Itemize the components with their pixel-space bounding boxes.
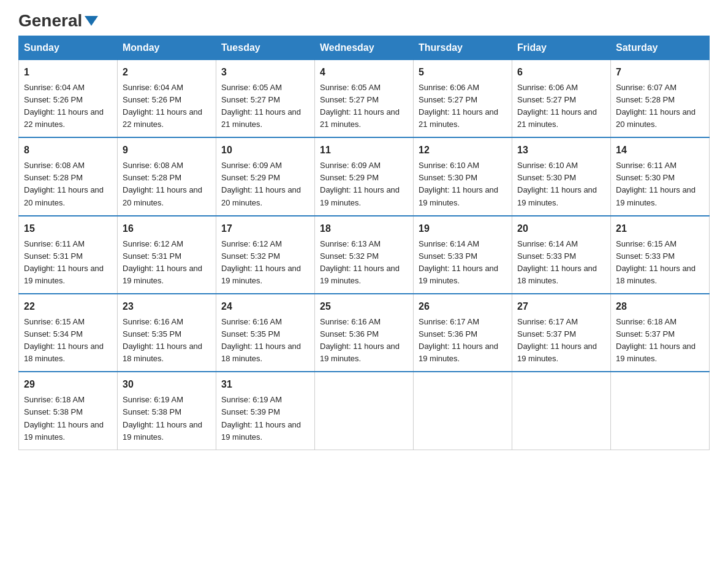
day-number: 4: [320, 65, 408, 80]
day-number: 7: [616, 65, 704, 80]
logo: General: [18, 12, 98, 29]
day-number: 24: [221, 299, 309, 315]
calendar-week-row: 8Sunrise: 6:08 AMSunset: 5:28 PMDaylight…: [19, 137, 710, 215]
calendar-cell: 11Sunrise: 6:09 AMSunset: 5:29 PMDayligh…: [315, 137, 414, 215]
calendar-cell: 8Sunrise: 6:08 AMSunset: 5:28 PMDaylight…: [19, 137, 118, 215]
day-number: 23: [123, 299, 211, 315]
calendar-cell: 21Sunrise: 6:15 AMSunset: 5:33 PMDayligh…: [611, 216, 710, 294]
day-number: 13: [517, 143, 605, 158]
calendar-cell: 15Sunrise: 6:11 AMSunset: 5:31 PMDayligh…: [19, 216, 118, 294]
day-number: 26: [419, 299, 507, 315]
calendar-cell: [512, 372, 611, 450]
weekday-header-sunday: Sunday: [19, 36, 118, 60]
day-number: 18: [320, 221, 408, 237]
logo-text-general: General: [18, 12, 82, 29]
calendar-cell: 27Sunrise: 6:17 AMSunset: 5:37 PMDayligh…: [512, 294, 611, 372]
day-number: 1: [24, 65, 112, 80]
day-number: 2: [123, 65, 211, 80]
day-number: 11: [320, 143, 408, 158]
calendar-cell: [611, 372, 710, 450]
calendar-header-row: SundayMondayTuesdayWednesdayThursdayFrid…: [19, 36, 710, 60]
weekday-header-monday: Monday: [118, 36, 216, 60]
day-number: 22: [24, 299, 112, 315]
svg-marker-0: [85, 16, 98, 26]
weekday-header-wednesday: Wednesday: [315, 36, 414, 60]
day-number: 27: [517, 299, 605, 315]
calendar-cell: 28Sunrise: 6:18 AMSunset: 5:37 PMDayligh…: [611, 294, 710, 372]
weekday-header-thursday: Thursday: [414, 36, 512, 60]
day-number: 19: [419, 221, 507, 237]
day-number: 12: [419, 143, 507, 158]
calendar-cell: 25Sunrise: 6:16 AMSunset: 5:36 PMDayligh…: [315, 294, 414, 372]
calendar-cell: 7Sunrise: 6:07 AMSunset: 5:28 PMDaylight…: [611, 60, 710, 138]
calendar-cell: 31Sunrise: 6:19 AMSunset: 5:39 PMDayligh…: [216, 372, 315, 450]
calendar-cell: [315, 372, 414, 450]
calendar-cell: 12Sunrise: 6:10 AMSunset: 5:30 PMDayligh…: [414, 137, 512, 215]
day-number: 30: [123, 377, 211, 393]
day-number: 31: [221, 377, 309, 393]
calendar-week-row: 29Sunrise: 6:18 AMSunset: 5:38 PMDayligh…: [19, 372, 710, 450]
day-number: 6: [517, 65, 605, 80]
calendar-cell: 26Sunrise: 6:17 AMSunset: 5:36 PMDayligh…: [414, 294, 512, 372]
calendar-cell: [414, 372, 512, 450]
day-number: 10: [221, 143, 309, 158]
calendar-cell: 13Sunrise: 6:10 AMSunset: 5:30 PMDayligh…: [512, 137, 611, 215]
calendar-cell: 18Sunrise: 6:13 AMSunset: 5:32 PMDayligh…: [315, 216, 414, 294]
calendar-cell: 30Sunrise: 6:19 AMSunset: 5:38 PMDayligh…: [118, 372, 216, 450]
calendar-cell: 19Sunrise: 6:14 AMSunset: 5:33 PMDayligh…: [414, 216, 512, 294]
calendar-cell: 20Sunrise: 6:14 AMSunset: 5:33 PMDayligh…: [512, 216, 611, 294]
calendar-cell: 1Sunrise: 6:04 AMSunset: 5:26 PMDaylight…: [19, 60, 118, 138]
day-number: 9: [123, 143, 211, 158]
weekday-header-saturday: Saturday: [611, 36, 710, 60]
day-number: 29: [24, 377, 112, 393]
calendar-week-row: 15Sunrise: 6:11 AMSunset: 5:31 PMDayligh…: [19, 216, 710, 294]
calendar-cell: 5Sunrise: 6:06 AMSunset: 5:27 PMDaylight…: [414, 60, 512, 138]
day-number: 20: [517, 221, 605, 237]
calendar-cell: 2Sunrise: 6:04 AMSunset: 5:26 PMDaylight…: [118, 60, 216, 138]
calendar-cell: 9Sunrise: 6:08 AMSunset: 5:28 PMDaylight…: [118, 137, 216, 215]
day-number: 5: [419, 65, 507, 80]
calendar-cell: 6Sunrise: 6:06 AMSunset: 5:27 PMDaylight…: [512, 60, 611, 138]
day-number: 8: [24, 143, 112, 158]
calendar-cell: 22Sunrise: 6:15 AMSunset: 5:34 PMDayligh…: [19, 294, 118, 372]
day-number: 25: [320, 299, 408, 315]
calendar-cell: 23Sunrise: 6:16 AMSunset: 5:35 PMDayligh…: [118, 294, 216, 372]
calendar-week-row: 1Sunrise: 6:04 AMSunset: 5:26 PMDaylight…: [19, 60, 710, 138]
calendar-cell: 24Sunrise: 6:16 AMSunset: 5:35 PMDayligh…: [216, 294, 315, 372]
calendar-cell: 4Sunrise: 6:05 AMSunset: 5:27 PMDaylight…: [315, 60, 414, 138]
day-number: 16: [123, 221, 211, 237]
calendar-table: SundayMondayTuesdayWednesdayThursdayFrid…: [18, 36, 710, 450]
calendar-cell: 29Sunrise: 6:18 AMSunset: 5:38 PMDayligh…: [19, 372, 118, 450]
calendar-cell: 17Sunrise: 6:12 AMSunset: 5:32 PMDayligh…: [216, 216, 315, 294]
calendar-cell: 3Sunrise: 6:05 AMSunset: 5:27 PMDaylight…: [216, 60, 315, 138]
logo-triangle-icon: [85, 16, 98, 28]
day-number: 14: [616, 143, 704, 158]
page-header: General: [18, 12, 710, 29]
day-number: 3: [221, 65, 309, 80]
weekday-header-friday: Friday: [512, 36, 611, 60]
day-number: 15: [24, 221, 112, 237]
day-number: 17: [221, 221, 309, 237]
calendar-week-row: 22Sunrise: 6:15 AMSunset: 5:34 PMDayligh…: [19, 294, 710, 372]
calendar-cell: 10Sunrise: 6:09 AMSunset: 5:29 PMDayligh…: [216, 137, 315, 215]
weekday-header-tuesday: Tuesday: [216, 36, 315, 60]
calendar-cell: 14Sunrise: 6:11 AMSunset: 5:30 PMDayligh…: [611, 137, 710, 215]
calendar-cell: 16Sunrise: 6:12 AMSunset: 5:31 PMDayligh…: [118, 216, 216, 294]
day-number: 28: [616, 299, 704, 315]
day-number: 21: [616, 221, 704, 237]
